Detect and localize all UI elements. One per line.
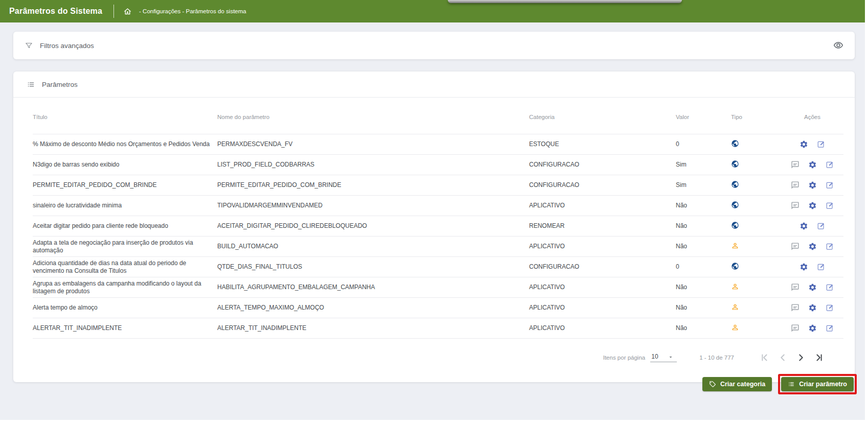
- cell-titulo: ALERTAR_TIT_INADIMPLENTE: [33, 324, 217, 332]
- cell-acoes: [781, 140, 843, 149]
- parameters-panel-title: Parâmetros: [42, 81, 78, 88]
- cell-valor: 0: [676, 263, 731, 271]
- cell-titulo: Adapta a tela de negociação para inserçã…: [33, 239, 217, 254]
- create-category-button[interactable]: Criar categoria: [702, 377, 772, 391]
- pagination-bar: Itens por página 10 1 - 10 de 777: [33, 339, 843, 363]
- header-divider: [113, 5, 114, 18]
- table-row: ALERTAR_TIT_INADIMPLENTE ALERTAR_TIT_INA…: [33, 318, 843, 338]
- cell-nome: PERMAXDESCVENDA_FV: [217, 140, 529, 148]
- cell-acoes: [781, 303, 843, 312]
- table-row: Adiciona quantidade de dias na data atua…: [33, 256, 843, 277]
- edit-icon[interactable]: [826, 160, 834, 169]
- settings-icon[interactable]: [808, 181, 817, 190]
- edit-icon[interactable]: [826, 283, 834, 292]
- column-header-acoes: Ações: [781, 114, 843, 120]
- cell-categoria: RENOMEAR: [529, 222, 676, 230]
- user-icon: [731, 242, 739, 250]
- edit-icon[interactable]: [826, 181, 834, 190]
- cell-acoes: [781, 201, 843, 210]
- home-icon[interactable]: [123, 7, 132, 16]
- user-icon: [731, 282, 739, 291]
- cell-acoes: [781, 222, 843, 230]
- next-page-icon[interactable]: [795, 352, 807, 363]
- cell-valor: 0: [676, 140, 731, 148]
- cell-valor: Não: [676, 284, 731, 291]
- cell-acoes: [781, 242, 843, 251]
- comment-icon[interactable]: [791, 201, 800, 210]
- cell-nome: ALERTA_TEMPO_MAXIMO_ALMOÇO: [217, 304, 529, 312]
- table-row: Agrupa as embalagens da campanha modific…: [33, 277, 843, 297]
- table-row: Aceitar digitar pedido para cliente rede…: [33, 216, 843, 236]
- filters-panel-title: Filtros avançados: [40, 42, 94, 50]
- comment-icon[interactable]: [791, 242, 800, 251]
- edit-icon[interactable]: [817, 222, 826, 230]
- cell-titulo: % Máximo de desconto Médio nos Orçamento…: [33, 140, 217, 148]
- global-icon: [731, 180, 739, 189]
- cell-categoria: ESTOQUE: [529, 140, 676, 148]
- create-category-label: Criar categoria: [720, 381, 765, 388]
- table-body: % Máximo de desconto Médio nos Orçamento…: [33, 134, 843, 338]
- table-row: Adapta a tela de negociação para inserçã…: [33, 236, 843, 256]
- comment-icon[interactable]: [791, 324, 800, 333]
- cell-valor: Sim: [676, 181, 731, 189]
- last-page-icon[interactable]: [814, 352, 825, 363]
- cell-nome: ALERTAR_TIT_INADIMPLENTE: [217, 324, 529, 332]
- cell-titulo: Adiciona quantidade de dias na data atua…: [33, 260, 217, 275]
- cell-valor: Não: [676, 324, 731, 332]
- first-page-icon[interactable]: [759, 352, 770, 363]
- edit-icon[interactable]: [826, 303, 834, 312]
- cell-valor: Não: [676, 202, 731, 209]
- comment-icon[interactable]: [791, 283, 800, 292]
- table-row: % Máximo de desconto Médio nos Orçamento…: [33, 134, 843, 154]
- caret-down-icon: [668, 354, 674, 360]
- edit-icon[interactable]: [826, 324, 834, 333]
- breadcrumb: - Configurações - Parâmetros do sistema: [139, 8, 246, 14]
- cell-acoes: [781, 324, 843, 333]
- cell-categoria: APLICATIVO: [529, 324, 676, 332]
- column-header-valor: Valor: [676, 114, 731, 120]
- comment-icon[interactable]: [791, 160, 800, 169]
- settings-icon[interactable]: [800, 140, 808, 149]
- settings-icon[interactable]: [808, 160, 817, 169]
- parameters-table: Título Nome do parâmetro Categoria Valor…: [13, 98, 855, 363]
- eye-icon[interactable]: [833, 40, 843, 51]
- cell-valor: Não: [676, 222, 731, 230]
- footer-actions: Criar categoria Criar parâmetro: [702, 374, 857, 394]
- table-row: sinaleiro de lucratividade minima TIPOVA…: [33, 195, 843, 216]
- column-header-nome: Nome do parâmetro: [217, 114, 529, 120]
- settings-icon[interactable]: [808, 201, 817, 210]
- table-header-row: Título Nome do parâmetro Categoria Valor…: [33, 98, 843, 134]
- settings-icon[interactable]: [808, 303, 817, 312]
- edit-icon[interactable]: [817, 140, 826, 149]
- list-icon: [788, 381, 795, 388]
- table-row: Alerta tempo de almoço ALERTA_TEMPO_MAXI…: [33, 297, 843, 318]
- filter-icon: [25, 41, 33, 50]
- comment-icon[interactable]: [791, 303, 800, 312]
- cell-nome: ACEITAR_DIGITAR_PEDIDO_CLIREDEBLOQUEADO: [217, 222, 529, 230]
- create-parameter-button[interactable]: Criar parâmetro: [781, 377, 854, 391]
- settings-icon[interactable]: [808, 283, 817, 292]
- cell-titulo: Aceitar digitar pedido para cliente rede…: [33, 222, 217, 230]
- items-per-page-value: 10: [651, 353, 658, 360]
- global-icon: [731, 201, 739, 209]
- prev-page-icon[interactable]: [777, 352, 788, 363]
- user-icon: [731, 323, 739, 332]
- settings-icon[interactable]: [800, 222, 808, 230]
- cell-categoria: CONFIGURACAO: [529, 181, 676, 189]
- global-icon: [731, 139, 739, 148]
- global-icon: [731, 262, 739, 270]
- table-row: N3digo de barras sendo exibido LIST_PROD…: [33, 154, 843, 175]
- cell-nome: LIST_PROD_FIELD_CODBARRAS: [217, 161, 529, 169]
- cell-valor: Sim: [676, 161, 731, 169]
- settings-icon[interactable]: [808, 242, 817, 251]
- comment-icon[interactable]: [791, 181, 800, 190]
- cell-nome: TIPOVALIDMARGEMMINVENDAMED: [217, 202, 529, 209]
- cell-valor: Não: [676, 304, 731, 312]
- advanced-filters-panel[interactable]: Filtros avançados: [13, 32, 855, 59]
- settings-icon[interactable]: [800, 263, 808, 271]
- items-per-page-select[interactable]: 10: [650, 353, 677, 362]
- settings-icon[interactable]: [808, 324, 817, 333]
- edit-icon[interactable]: [817, 263, 826, 271]
- edit-icon[interactable]: [826, 242, 834, 251]
- edit-icon[interactable]: [826, 201, 834, 210]
